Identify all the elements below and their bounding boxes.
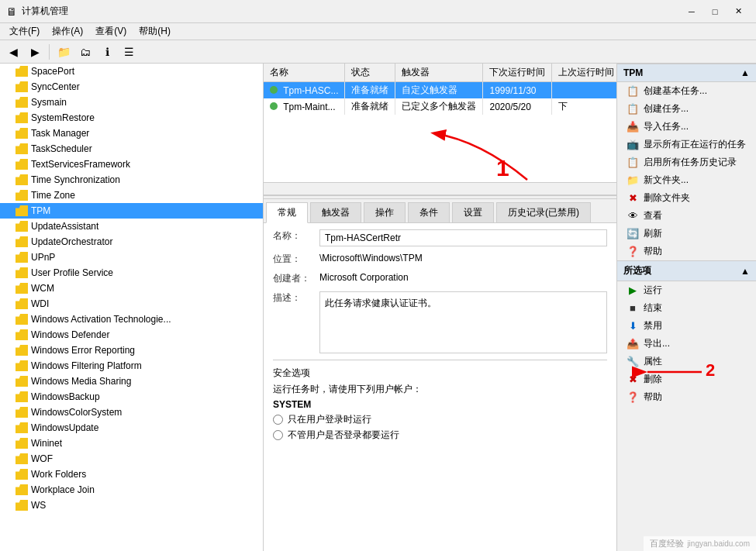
ops-run[interactable]: ▶ 运行 <box>617 281 756 299</box>
new-folder-icon: 📁 <box>627 174 639 187</box>
folder-icon <box>16 205 28 216</box>
col-last-run[interactable]: 上次运行时间 <box>552 64 616 82</box>
forward-button[interactable]: ▶ <box>25 43 45 61</box>
ops-end[interactable]: ■ 结束 <box>617 299 756 317</box>
sidebar-item-windowscolorsystem[interactable]: WindowsColorSystem <box>0 405 263 420</box>
ops-new-folder[interactable]: 📁 新文件夹... <box>617 171 756 189</box>
folder-icon <box>16 453 28 464</box>
ops-disable[interactable]: ⬇ 禁用 <box>617 317 756 335</box>
ops-export[interactable]: 📤 导出... <box>617 335 756 353</box>
folder-icon <box>16 128 28 139</box>
folder-icon <box>16 221 28 232</box>
radio-always[interactable] <box>273 430 283 440</box>
sidebar-item-updateassistant[interactable]: UpdateAssistant <box>0 219 263 234</box>
col-next-run[interactable]: 下次运行时间 <box>483 64 552 82</box>
ops-refresh[interactable]: 🔄 刷新 <box>617 225 756 243</box>
sidebar-item-systemrestore[interactable]: SystemRestore <box>0 110 263 126</box>
info-button[interactable]: ℹ <box>97 43 117 61</box>
folder-icon <box>16 236 28 247</box>
folder-icon <box>16 314 28 325</box>
folder-icon <box>16 329 28 340</box>
task-status: 准备就绪 <box>345 98 395 115</box>
sidebar-item-wcm[interactable]: WCM <box>0 281 263 296</box>
sidebar-item-ws[interactable]: WS <box>0 498 263 513</box>
tab-triggers[interactable]: 触发器 <box>310 202 361 222</box>
ops-show-running[interactable]: 📺 显示所有正在运行的任务 <box>617 136 756 153</box>
folder2-button[interactable]: 🗂 <box>75 43 95 61</box>
tab-settings[interactable]: 设置 <box>452 202 494 222</box>
sidebar-item-tpm[interactable]: TPM <box>0 203 263 219</box>
detail-name-value[interactable]: Tpm-HASCertRetr <box>319 229 607 246</box>
folder-icon <box>16 159 28 170</box>
sidebar-item-timesync[interactable]: Time Synchronization <box>0 172 263 188</box>
ops-section2-header[interactable]: 所选项 ▲ <box>617 260 756 281</box>
sidebar-item-userprofile[interactable]: User Profile Service <box>0 265 263 281</box>
sidebar-item-wof[interactable]: WOF <box>0 451 263 467</box>
list-button[interactable]: ☰ <box>119 43 139 61</box>
tab-general[interactable]: 常规 <box>266 202 308 223</box>
ops-delete[interactable]: ✖ 删除 <box>617 370 756 388</box>
ops-enable-history-label: 启用所有任务历史记录 <box>644 156 737 169</box>
detail-location-value: \Microsoft\Windows\TPM <box>319 253 607 263</box>
ops-view[interactable]: 👁 查看 <box>617 207 756 225</box>
sidebar-item-textservices[interactable]: TextServicesFramework <box>0 157 263 172</box>
sidebar-item-sysmain[interactable]: Sysmain <box>0 95 263 110</box>
folder-icon <box>16 267 28 278</box>
sidebar-item-synccenter[interactable]: SyncCenter <box>0 79 263 95</box>
sidebar-item-upnp[interactable]: UPnP <box>0 250 263 265</box>
sidebar-item-timezone[interactable]: Time Zone <box>0 188 263 203</box>
menu-view[interactable]: 查看(V) <box>89 23 133 40</box>
back-button[interactable]: ◀ <box>3 43 23 61</box>
maximize-button[interactable]: □ <box>703 4 727 19</box>
sidebar-item-windowsmediasharing[interactable]: Windows Media Sharing <box>0 374 263 389</box>
ops-import-task[interactable]: 📥 导入任务... <box>617 118 756 136</box>
detail-desc-value[interactable]: 此任务请求健康认证证书。 <box>319 291 607 353</box>
col-name[interactable]: 名称 <box>264 64 345 82</box>
sidebar-item-windowsfiltering[interactable]: Windows Filtering Platform <box>0 358 263 374</box>
col-trigger[interactable]: 触发器 <box>395 64 483 82</box>
tab-actions[interactable]: 操作 <box>364 202 406 222</box>
sidebar-item-windowsbackup[interactable]: WindowsBackup <box>0 389 263 405</box>
sidebar-item-workplacejoin[interactable]: Workplace Join <box>0 482 263 498</box>
ops-properties[interactable]: 🔧 属性 <box>617 353 756 370</box>
sidebar-item-taskmanager[interactable]: Task Manager <box>0 126 263 141</box>
watermark-text: 百度经验 <box>650 538 684 549</box>
sidebar-item-wdi[interactable]: WDI <box>0 296 263 312</box>
ops-section1-header[interactable]: TPM ▲ <box>617 64 756 82</box>
sidebar-item-windowserrorreporting[interactable]: Windows Error Reporting <box>0 343 263 358</box>
col-status[interactable]: 状态 <box>345 64 395 82</box>
radio-loginonly[interactable] <box>273 415 283 425</box>
task-table-container[interactable]: 名称 状态 触发器 下次运行时间 上次运行时间 Tpm-HASC... 准备就绪 <box>264 64 616 195</box>
ops-enable-history[interactable]: 📋 启用所有任务历史记录 <box>617 153 756 171</box>
menu-help[interactable]: 帮助(H) <box>133 23 177 40</box>
sidebar-item-taskscheduler[interactable]: TaskScheduler <box>0 141 263 157</box>
horizontal-scrollbar[interactable] <box>264 182 616 195</box>
sidebar-item-wininet[interactable]: Wininet <box>0 436 263 451</box>
export-icon: 📤 <box>627 338 639 350</box>
sidebar-item-updateorchestrator[interactable]: UpdateOrchestrator <box>0 234 263 250</box>
ops-help2[interactable]: ❓ 帮助 <box>617 388 756 406</box>
status-indicator <box>270 102 278 110</box>
menu-file[interactable]: 文件(F) <box>3 23 46 40</box>
create-basic-icon: 📋 <box>627 85 639 98</box>
close-button[interactable]: ✕ <box>727 4 750 19</box>
window-controls: ─ □ ✕ <box>680 4 750 19</box>
ops-create-basic[interactable]: 📋 创建基本任务... <box>617 82 756 100</box>
tab-history[interactable]: 历史记录(已禁用) <box>496 202 591 222</box>
table-row[interactable]: Tpm-Maint... 准备就绪 已定义多个触发器 2020/5/20 下 <box>264 98 616 115</box>
table-row[interactable]: Tpm-HASC... 准备就绪 自定义触发器 1999/11/30 <box>264 82 616 99</box>
folder-button[interactable]: 📁 <box>54 43 74 61</box>
ops-create-task[interactable]: 📋 创建任务... <box>617 100 756 118</box>
watermark: 百度经验 jingyan.baidu.com <box>644 536 756 551</box>
sidebar-item-windowsupdate[interactable]: WindowsUpdate <box>0 420 263 436</box>
minimize-button[interactable]: ─ <box>680 4 703 19</box>
folder-icon <box>16 376 28 387</box>
sidebar-item-windowsdefender[interactable]: Windows Defender <box>0 327 263 343</box>
menu-action[interactable]: 操作(A) <box>46 23 89 40</box>
sidebar-item-workfolders[interactable]: Work Folders <box>0 467 263 482</box>
ops-help1[interactable]: ❓ 帮助 <box>617 243 756 260</box>
sidebar-item-spaceport[interactable]: SpacePort <box>0 64 263 79</box>
tab-conditions[interactable]: 条件 <box>408 202 450 222</box>
ops-delete-folder[interactable]: ✖ 删除文件夹 <box>617 189 756 207</box>
sidebar-item-windowsactivation[interactable]: Windows Activation Technologie... <box>0 312 263 327</box>
